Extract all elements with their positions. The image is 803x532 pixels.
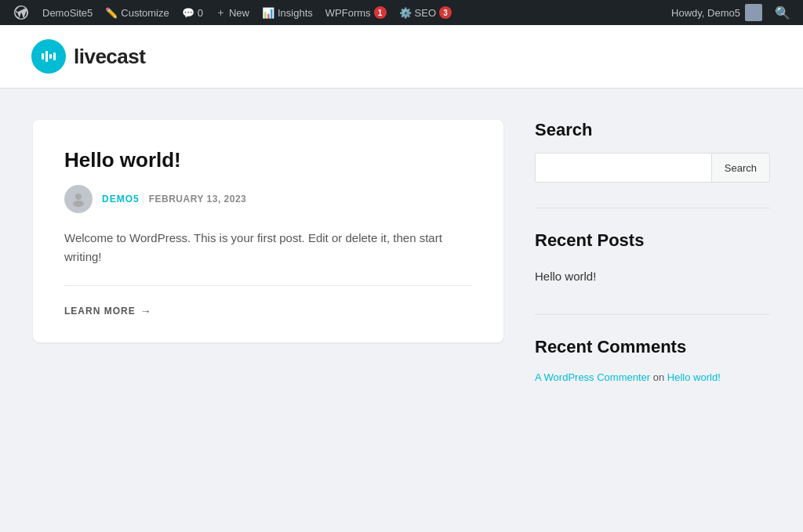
admin-bar: DemoSite5 ✏️ Customize 💬 0 ＋ New 📊 Insig…: [0, 0, 803, 25]
svg-rect-2: [49, 54, 52, 59]
comment-commenter[interactable]: A WordPress Commenter: [535, 371, 650, 383]
wpforms-badge: 1: [374, 6, 387, 19]
post-date: FEBRUARY 13, 2023: [149, 194, 247, 204]
comment-on-text: on: [653, 371, 667, 383]
howdy-text: Howdy, Demo5: [671, 7, 740, 19]
recent-comments-title: Recent Comments: [535, 337, 770, 357]
livecast-icon-svg: [39, 47, 58, 66]
recent-posts-widget: Recent Posts Hello world!: [535, 230, 770, 289]
svg-rect-3: [53, 52, 56, 60]
new-label: New: [229, 7, 249, 19]
chart-icon: 📊: [262, 7, 274, 19]
learn-more-text: LEARN MORE: [64, 306, 136, 317]
search-widget: Search Search: [535, 120, 770, 183]
site-logo[interactable]: livecast: [31, 39, 772, 74]
avatar-icon: [71, 191, 86, 207]
site-header: livecast: [0, 25, 803, 89]
recent-comment-item: A WordPress Commenter on Hello world!: [535, 370, 770, 385]
insights-label: Insights: [278, 7, 313, 19]
wp-logo[interactable]: [6, 0, 36, 25]
comments-count: 0: [198, 7, 203, 19]
arrow-icon: →: [140, 305, 152, 317]
post-title: Hello world!: [64, 148, 472, 172]
svg-rect-0: [42, 53, 44, 60]
post-meta: DEMO5 FEBRUARY 13, 2023: [64, 185, 472, 213]
site-name-label: DemoSite5: [42, 7, 93, 19]
post-card: Hello world! DEMO5 FEBRUARY 13, 2023 Wel…: [33, 120, 503, 342]
recent-posts-title: Recent Posts: [535, 230, 770, 251]
comment-post-link[interactable]: Hello world!: [667, 371, 721, 383]
post-excerpt: Welcome to WordPress. This is your first…: [64, 229, 472, 286]
widget-divider-2: [535, 314, 770, 315]
user-avatar: [745, 4, 762, 21]
pencil-icon: ✏️: [105, 7, 118, 19]
sidebar: Search Search Recent Posts Hello world! …: [535, 120, 770, 411]
posts-column: Hello world! DEMO5 FEBRUARY 13, 2023 Wel…: [33, 120, 503, 342]
adminbar-right: Howdy, Demo5 🔍: [665, 4, 797, 21]
customize-label: Customize: [121, 7, 169, 19]
wordpress-icon: [14, 5, 28, 20]
seo-label: SEO: [415, 7, 436, 19]
comment-icon: 💬: [182, 7, 194, 19]
search-toggle-button[interactable]: 🔍: [768, 5, 797, 20]
svg-point-5: [73, 201, 84, 207]
search-form: Search: [535, 153, 770, 183]
howdy-item[interactable]: Howdy, Demo5: [665, 4, 768, 21]
svg-rect-1: [45, 51, 48, 62]
insights-item[interactable]: 📊 Insights: [256, 0, 319, 25]
recent-posts-list: Hello world!: [535, 263, 770, 289]
new-item[interactable]: ＋ New: [209, 0, 256, 25]
logo-icon: [31, 39, 66, 74]
wpforms-item[interactable]: WPForms 1: [319, 0, 393, 25]
wpforms-label: WPForms: [325, 7, 371, 19]
learn-more-link[interactable]: LEARN MORE →: [64, 305, 472, 317]
seo-badge: 3: [439, 6, 452, 19]
recent-comments-list: A WordPress Commenter on Hello world!: [535, 370, 770, 385]
svg-point-4: [75, 194, 82, 200]
site-name-item[interactable]: DemoSite5: [36, 0, 99, 25]
search-widget-title: Search: [535, 120, 770, 140]
plus-icon: ＋: [216, 5, 226, 20]
page-wrapper: livecast Hello world! DEMO5 FEBRUARY 13,…: [0, 25, 803, 532]
customize-item[interactable]: ✏️ Customize: [99, 0, 175, 25]
widget-divider-1: [535, 208, 770, 208]
recent-post-item[interactable]: Hello world!: [535, 263, 770, 289]
seo-item[interactable]: ⚙️ SEO 3: [393, 0, 458, 25]
comments-item[interactable]: 💬 0: [176, 0, 209, 25]
site-name: livecast: [74, 45, 145, 69]
search-button[interactable]: Search: [711, 154, 769, 182]
post-author-avatar: [64, 185, 93, 213]
post-author-name[interactable]: DEMO5: [102, 194, 140, 204]
gear-icon: ⚙️: [399, 7, 412, 19]
recent-comments-widget: Recent Comments A WordPress Commenter on…: [535, 337, 770, 385]
search-input[interactable]: [536, 154, 711, 182]
main-content: Hello world! DEMO5 FEBRUARY 13, 2023 Wel…: [17, 89, 786, 442]
